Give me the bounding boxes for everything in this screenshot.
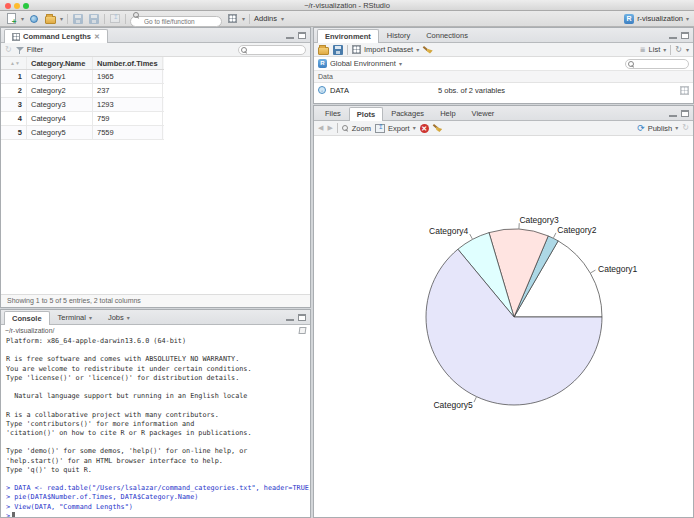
table-row[interactable]: 4Category4759 — [1, 112, 164, 126]
tab-environment[interactable]: Environment — [317, 29, 379, 43]
plots-tab-label: Plots — [357, 110, 375, 119]
table-cell: 4 — [1, 112, 27, 125]
titlebar: ~/r-visualization - RStudio — [0, 0, 694, 11]
workspace-panes-button[interactable] — [226, 13, 238, 25]
tab-console[interactable]: Console — [4, 311, 50, 325]
addins-button[interactable]: Addins — [254, 14, 277, 23]
refresh-environment-icon[interactable]: ↻ — [675, 46, 682, 54]
minimize-pane-icon[interactable] — [286, 32, 294, 39]
console-output-line — [6, 346, 308, 355]
minimize-pane-icon[interactable] — [669, 32, 677, 39]
goto-file-search[interactable] — [130, 10, 222, 28]
maximize-pane-icon[interactable] — [681, 110, 689, 117]
print-button[interactable] — [109, 13, 121, 25]
console-output[interactable]: Platform: x86_64-apple-darwin13.6.0 (64-… — [1, 336, 310, 517]
addins-dropdown-icon[interactable]: ▾ — [281, 16, 284, 22]
column-header-category-name[interactable]: Category.Name — [27, 57, 93, 69]
environment-toolbar: Import Dataset ▾ ≣ List ▾ ↻ ▾ — [314, 43, 693, 57]
table-row[interactable]: 3Category31293 — [1, 98, 164, 112]
close-tab-icon[interactable]: ✕ — [94, 33, 100, 41]
tab-plots[interactable]: Plots — [349, 107, 383, 121]
scope-dropdown-icon[interactable]: ▾ — [399, 61, 402, 67]
save-all-button[interactable] — [88, 13, 100, 25]
new-file-button[interactable] — [5, 13, 17, 25]
previous-plot-icon[interactable]: ◀ — [318, 124, 323, 132]
table-cell: 759 — [93, 112, 163, 125]
open-file-button[interactable] — [44, 13, 56, 25]
next-plot-icon[interactable]: ▶ — [327, 124, 332, 132]
zoom-plot-button[interactable]: Zoom — [342, 124, 371, 133]
jobs-dropdown-icon[interactable]: ▾ — [127, 315, 130, 321]
publish-dropdown-icon: ▾ — [675, 125, 678, 131]
viewer-tab-label: Command Lengths — [23, 32, 91, 41]
column-header-number-of-times[interactable]: Number.of.Times — [93, 57, 163, 69]
tab-connections[interactable]: Connections — [418, 28, 476, 42]
load-workspace-icon[interactable] — [318, 47, 329, 55]
panes-dropdown-icon[interactable]: ▾ — [242, 16, 245, 22]
save-icon — [73, 14, 83, 24]
new-project-button[interactable] — [28, 13, 40, 25]
console-output-line — [6, 475, 308, 484]
tab-files[interactable]: Files — [317, 106, 349, 120]
expand-object-icon[interactable]: ◦ — [318, 86, 326, 94]
terminal-dropdown-icon[interactable]: ▾ — [89, 315, 92, 321]
publish-button[interactable]: ⟳ Publish ▾ — [637, 124, 678, 133]
pie-slice-label: Category1 — [598, 264, 637, 274]
save-workspace-icon[interactable] — [333, 45, 343, 55]
import-dataset-button[interactable]: Import Dataset ▾ — [352, 45, 419, 54]
console-popout-icon[interactable] — [299, 327, 307, 334]
project-name: r-visualization — [637, 14, 683, 23]
refresh-dropdown-icon[interactable]: ▾ — [686, 47, 689, 53]
tab-packages[interactable]: Packages — [383, 106, 432, 120]
tab-help[interactable]: Help — [432, 106, 463, 120]
maximize-pane-icon[interactable] — [298, 32, 306, 39]
console-tabstrip: Console Terminal ▾ Jobs ▾ — [1, 310, 310, 325]
tab-jobs[interactable]: Jobs ▾ — [100, 310, 138, 324]
maximize-pane-icon[interactable] — [298, 314, 306, 321]
close-window-button[interactable] — [5, 3, 11, 9]
tab-terminal[interactable]: Terminal ▾ — [50, 310, 100, 324]
remove-plot-icon[interactable]: ✕ — [420, 124, 429, 133]
console-pane: Console Terminal ▾ Jobs ▾ ~/r-visualizat… — [0, 309, 311, 518]
table-row[interactable]: 2Category2237 — [1, 84, 164, 98]
table-row[interactable]: 5Category57559 — [1, 126, 164, 140]
global-environment-selector[interactable]: Global Environment — [330, 59, 396, 68]
tab-viewer[interactable]: Viewer — [464, 106, 503, 120]
console-command-line: > pie(DATA$Number.of.Times, DATA$Categor… — [6, 493, 308, 502]
object-name[interactable]: DATA — [330, 86, 434, 95]
filter-button[interactable]: Filter — [16, 45, 44, 54]
environment-object-row[interactable]: ◦ DATA 5 obs. of 2 variables — [314, 83, 693, 97]
minimize-window-button[interactable] — [14, 3, 20, 9]
publish-label: Publish — [648, 124, 673, 133]
refresh-data-icon[interactable]: ↻ — [5, 46, 12, 54]
minimize-pane-icon[interactable] — [286, 314, 294, 321]
tab-command-lengths[interactable]: Command Lengths ✕ — [4, 29, 108, 43]
view-table-icon[interactable] — [680, 86, 689, 95]
project-menu-button[interactable]: R r-visualization ▾ — [624, 14, 689, 24]
clear-all-plots-icon[interactable] — [433, 123, 443, 133]
tab-history[interactable]: History — [379, 28, 418, 42]
maximize-pane-icon[interactable] — [681, 32, 689, 39]
index-column-header[interactable]: ▲▼ — [1, 57, 27, 69]
table-cell: 2 — [1, 84, 27, 97]
minimize-pane-icon[interactable] — [669, 110, 677, 117]
toolbar-separator — [670, 45, 671, 55]
refresh-plot-icon[interactable]: ↻ — [682, 124, 689, 132]
open-recent-dropdown-icon[interactable]: ▾ — [60, 16, 63, 22]
viewer-search-box[interactable] — [238, 45, 306, 55]
list-view-label: List — [649, 45, 661, 54]
goto-file-input[interactable] — [130, 16, 222, 27]
table-row[interactable]: 1Category11965 — [1, 70, 164, 84]
new-project-icon — [30, 15, 38, 23]
print-icon — [110, 14, 120, 23]
environment-search-box[interactable] — [625, 59, 689, 69]
pie-label-tick — [553, 233, 555, 238]
export-plot-button[interactable]: Export ▾ — [375, 124, 416, 133]
new-file-dropdown-icon[interactable]: ▾ — [21, 16, 24, 22]
zoom-window-button[interactable] — [23, 3, 29, 9]
clear-workspace-icon[interactable] — [423, 45, 433, 55]
table-header-row: ▲▼ Category.Name Number.of.Times — [1, 57, 164, 70]
list-view-button[interactable]: ≣ List ▾ — [640, 45, 667, 54]
save-button[interactable] — [72, 13, 84, 25]
pie-label-tick — [470, 234, 473, 239]
